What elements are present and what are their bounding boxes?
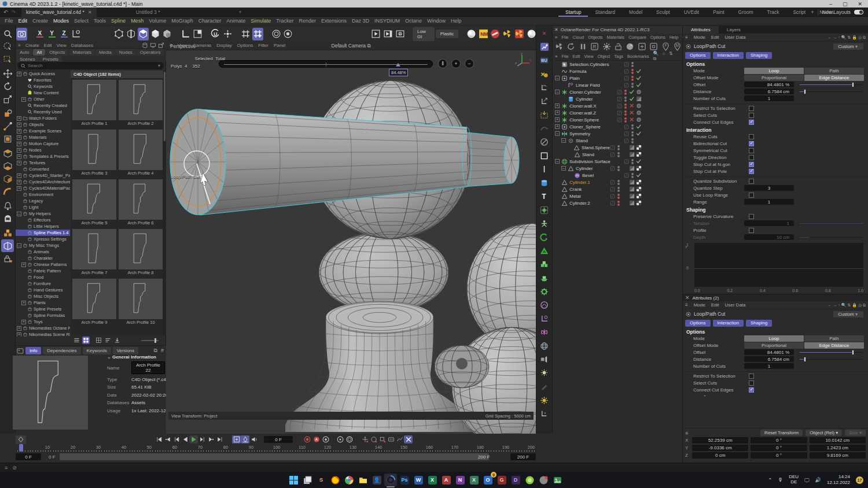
speaker-icon[interactable]: 🔊 (815, 477, 821, 483)
l-undo-icon[interactable] (539, 82, 550, 94)
cube-c-icon[interactable] (1, 172, 14, 185)
menu-render[interactable]: Render (299, 18, 316, 24)
move-icon[interactable] (1, 67, 14, 80)
section-button-interaction[interactable]: Interaction (713, 320, 744, 327)
grid-view-icon[interactable] (82, 337, 90, 344)
plus-button[interactable]: + (451, 59, 461, 68)
boat-green-icon[interactable] (539, 272, 550, 284)
taskbar-gray-app[interactable] (537, 474, 550, 486)
asset-thumbnail[interactable]: Arch Profile 6 (119, 179, 163, 227)
tree-item[interactable]: Spline Profiles 1.4 (16, 230, 70, 236)
bu-icon[interactable]: BU (539, 55, 550, 66)
object-name[interactable]: Cylinder (576, 97, 593, 102)
coord-x-pos[interactable]: 52.2539 cm (692, 437, 748, 443)
object-name[interactable]: Linear Field (576, 83, 600, 88)
asset-thumbnail[interactable]: Arch Profile 7 (72, 229, 116, 276)
pause-button[interactable]: ‖ (438, 59, 447, 68)
preset-dropdown[interactable]: Custom ▾ (833, 43, 863, 50)
loop-cut-icon[interactable] (1, 239, 14, 252)
taskbar-outlook[interactable]: O9 (481, 474, 494, 486)
play-back-icon[interactable] (181, 435, 189, 443)
value-field[interactable]: 6.7584 cm (744, 88, 794, 94)
undo-icon[interactable]: ↶ (3, 9, 8, 15)
maximize-button[interactable]: ▢ (843, 1, 848, 7)
value-field[interactable]: 1 (744, 363, 794, 369)
range-toggle-icon[interactable] (232, 435, 241, 443)
tree-item[interactable]: Legacy (16, 198, 70, 204)
section-button-options[interactable]: Options (685, 320, 711, 327)
checkbox[interactable] (749, 193, 754, 198)
rectangle-selection-icon[interactable] (1, 53, 14, 65)
bell-icon[interactable] (1, 199, 14, 212)
tree-item[interactable]: Xpresso Settings (16, 236, 70, 242)
expander-icon[interactable]: + (21, 301, 26, 305)
tree-item[interactable]: +Quick Access (16, 71, 70, 77)
search-input[interactable]: Search ▾ (17, 62, 164, 69)
target-a-icon[interactable] (271, 28, 282, 40)
object-item[interactable]: –Stand (553, 137, 682, 144)
octane-pin-f-icon[interactable]: F (661, 42, 670, 51)
value-field[interactable]: 1 (744, 95, 794, 101)
tree-item[interactable]: New Content (16, 90, 70, 96)
low-gi-button[interactable]: Low GI (413, 27, 435, 41)
object-name[interactable]: Symmetry (569, 131, 590, 136)
cubes-green-icon[interactable] (539, 258, 550, 270)
prev-frame-icon[interactable] (172, 435, 181, 443)
attr-menu-user-data[interactable]: User Data (724, 302, 745, 308)
profile-graph[interactable]: 1 0 0.00.20.40.60.81.0 (694, 243, 863, 293)
coord-x-scale[interactable]: 10.0142 cm (810, 437, 866, 443)
menu-create[interactable]: Create (32, 18, 48, 24)
layout-tab-sculpt[interactable]: Sculpt (649, 8, 677, 17)
checkbox[interactable] (749, 106, 754, 111)
filter-tab-materials[interactable]: Materials (69, 49, 94, 56)
sound-icon[interactable] (249, 435, 258, 443)
filter-tab-auto[interactable]: Auto (16, 49, 32, 56)
autokey-x-icon[interactable] (404, 435, 413, 443)
tri-green-icon[interactable] (539, 245, 550, 257)
menu-mesh[interactable]: Mesh (131, 18, 144, 24)
coord-y-scale[interactable]: 1.2423 cm (810, 445, 866, 451)
object-name[interactable]: Stand (582, 152, 594, 157)
tray-expand-icon[interactable]: ⌃ (768, 477, 772, 483)
range-bar[interactable] (60, 453, 489, 460)
menu-daz-3d[interactable]: Daz 3D (352, 18, 369, 24)
document-tab-inactive[interactable]: Untitled 3 * (131, 8, 165, 17)
key-param-icon[interactable] (387, 435, 395, 443)
menu-insydium[interactable]: INSYDIUM (374, 18, 400, 24)
object-name[interactable]: Cloner.Sphere (569, 117, 599, 123)
tree-item[interactable]: +Materials (16, 134, 70, 141)
autokey-icon[interactable]: A (312, 435, 321, 443)
asset-thumbnail[interactable]: Arch Profile 2 (119, 80, 163, 127)
material-ball-icon[interactable] (466, 28, 477, 40)
texture-small-icon[interactable] (1, 132, 14, 145)
record-icon[interactable] (303, 435, 311, 443)
axis-z-icon[interactable]: Z (58, 28, 69, 40)
slider[interactable] (800, 234, 863, 241)
attr-menu-mode[interactable]: Mode (694, 302, 705, 308)
tree-item[interactable]: +Nodes (16, 147, 70, 153)
cubes-icon[interactable] (1, 227, 14, 239)
layout-tab-track[interactable]: Track (760, 8, 786, 17)
play-icon[interactable] (189, 435, 198, 443)
layout-tab-model[interactable]: Model (622, 8, 649, 17)
new-tab-button[interactable]: + (234, 8, 246, 17)
grid-a-icon[interactable] (240, 28, 251, 40)
object-item[interactable]: –Subdivision Surface (553, 158, 682, 165)
tree-item[interactable]: +Other (16, 96, 70, 102)
menu-file[interactable]: File (5, 18, 13, 24)
menu-select[interactable]: Select (74, 18, 89, 24)
object-item[interactable]: Linear Field (553, 82, 682, 88)
segment-option[interactable]: Path (804, 335, 864, 342)
axis-x-icon[interactable]: X (34, 28, 45, 40)
model-small-icon[interactable] (1, 107, 14, 120)
tab-attributes[interactable]: Attributes (683, 26, 719, 34)
asset-thumbnail[interactable]: Arch Profile 5 (72, 179, 116, 227)
checkbox[interactable] (749, 179, 754, 184)
grid-large-icon[interactable] (95, 337, 102, 344)
expander-icon[interactable]: + (17, 154, 21, 159)
octane-refresh-icon[interactable] (566, 42, 575, 51)
tree-item[interactable]: +Chinese Patterns (16, 261, 70, 268)
taskbar-cinema4d[interactable] (384, 474, 397, 486)
attr-menu-user-data[interactable]: User Data (724, 35, 745, 40)
slider[interactable] (800, 82, 863, 88)
